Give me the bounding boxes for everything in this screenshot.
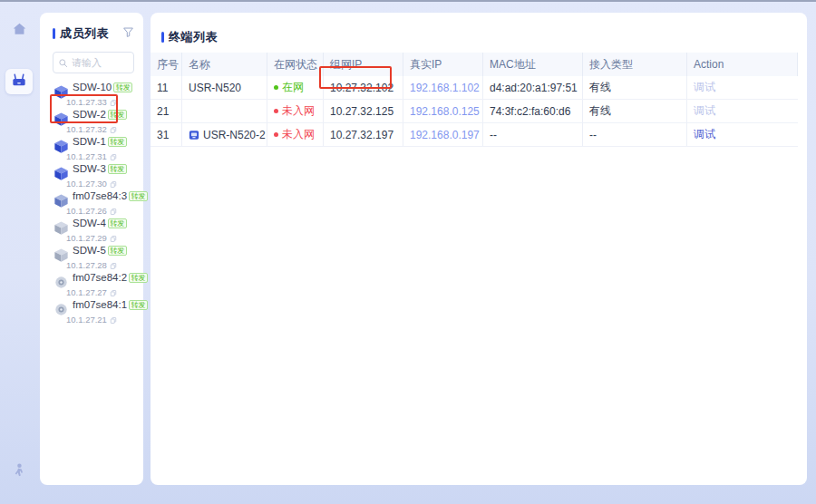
cell-status: 未入网 <box>267 100 324 122</box>
cell-mac: -- <box>483 123 583 146</box>
title-accent-bar <box>161 32 164 43</box>
cell-real-ip: 192.168.0.125 <box>403 100 483 122</box>
member-item-sdw-5[interactable]: SDW-5转发 10.1.27.28 <box>51 244 136 271</box>
member-name: SDW-1 <box>73 137 106 148</box>
search-input[interactable] <box>72 57 135 68</box>
cell-no: 11 <box>151 76 182 99</box>
member-name: SDW-5 <box>73 246 106 257</box>
nav-rail <box>0 2 38 504</box>
cell-action: 调试 <box>687 76 798 99</box>
status-dot <box>274 132 278 137</box>
cell-name: USR-N520 <box>182 76 267 99</box>
member-ip: 10.1.27.29 <box>66 234 107 243</box>
debug-link[interactable]: 调试 <box>694 80 715 95</box>
member-item-sdw-10[interactable]: SDW-10转发 10.1.27.33 <box>51 81 136 108</box>
real-ip-link[interactable]: 192.168.0.197 <box>410 129 480 141</box>
cell-name: USR-N520-2 <box>182 123 267 146</box>
terminal-device-icon <box>189 130 199 141</box>
cell-action: 调试 <box>687 100 798 122</box>
debug-link[interactable]: 调试 <box>694 103 715 119</box>
member-item-fm07se84-3[interactable]: fm07se84:3转发 10.1.27.26 <box>51 189 136 217</box>
nav-devices-button[interactable] <box>5 69 33 94</box>
member-list: SDW-10转发 10.1.27.33 SDW-2转发 10.1.27.32 S… <box>51 81 136 325</box>
cell-name <box>182 100 267 122</box>
filter-icon[interactable] <box>122 25 134 42</box>
person-icon <box>11 461 27 482</box>
member-name: SDW-2 <box>73 110 106 121</box>
col-header-action: Action <box>687 53 798 76</box>
member-name: SDW-3 <box>73 164 106 175</box>
member-badge: 转发 <box>108 246 127 256</box>
cell-mac: d4:ad:20:a1:97:51 <box>483 76 583 99</box>
member-ip: 10.1.27.21 <box>66 315 107 325</box>
status-dot <box>274 85 278 90</box>
member-badge: 转发 <box>108 110 127 120</box>
member-list-title: 成员列表 <box>53 25 109 42</box>
member-badge: 转发 <box>129 300 148 310</box>
member-ip: 10.1.27.28 <box>66 261 107 270</box>
member-ip: 10.1.27.31 <box>66 152 107 161</box>
member-list-panel: 成员列表 SDW-10转发 10.1.27.33 SDW-2转发 10.1.27… <box>40 13 143 485</box>
member-item-sdw-4[interactable]: SDW-4转发 10.1.27.29 <box>51 217 136 244</box>
member-name: fm07se84:2 <box>73 273 127 284</box>
member-badge: 转发 <box>108 218 127 228</box>
home-icon <box>11 21 28 41</box>
title-accent-bar <box>53 28 55 39</box>
member-ip: 10.1.27.27 <box>66 288 107 297</box>
nav-home-button[interactable] <box>5 18 33 44</box>
table-header-row: 序号 名称 在网状态 组网IP 真实IP MAC地址 接入类型 Action <box>151 53 798 76</box>
member-badge: 转发 <box>108 137 127 147</box>
member-item-sdw-1[interactable]: SDW-1转发 10.1.27.31 <box>51 135 136 162</box>
cell-status: 未入网 <box>267 123 324 146</box>
cell-access-type: 有线 <box>583 100 687 122</box>
terminal-table: 序号 名称 在网状态 组网IP 真实IP MAC地址 接入类型 Action 1… <box>151 53 798 147</box>
cell-action: 调试 <box>687 123 798 146</box>
router-icon <box>10 72 28 92</box>
cell-access-type: -- <box>583 123 687 146</box>
real-ip-link[interactable]: 192.168.1.102 <box>410 82 480 94</box>
table-row: 21 未入网 10.27.32.125 192.168.0.125 74:3f:… <box>151 100 798 123</box>
member-item-fm07se84-1[interactable]: fm07se84:1转发 10.1.27.21 <box>51 298 136 325</box>
terminal-list-panel: 终端列表 序号 名称 在网状态 组网IP 真实IP MAC地址 接入类型 Act… <box>151 13 807 485</box>
cell-no: 21 <box>151 100 182 122</box>
copy-icon[interactable] <box>110 313 117 327</box>
search-icon <box>58 58 68 68</box>
col-header-mac: MAC地址 <box>483 53 583 76</box>
cell-net-ip: 10.27.32.197 <box>324 123 403 146</box>
col-header-no: 序号 <box>151 53 182 76</box>
member-ip: 10.1.27.26 <box>66 207 107 216</box>
terminal-list-title: 终端列表 <box>161 29 807 45</box>
table-row: 31 USR-N520-2 未入网 10.27.32.197 192.168.0… <box>151 123 798 147</box>
cell-net-ip: 10.27.32.102 <box>324 76 403 99</box>
cell-real-ip: 192.168.1.102 <box>403 76 483 99</box>
member-badge: 转发 <box>108 164 127 174</box>
member-name: SDW-4 <box>73 218 106 229</box>
terminal-list-title-text: 终端列表 <box>169 29 218 45</box>
member-search <box>53 52 134 73</box>
col-header-net-ip: 组网IP <box>324 53 403 76</box>
member-list-title-text: 成员列表 <box>60 25 109 42</box>
cell-no: 31 <box>151 123 182 146</box>
status-dot <box>274 109 278 113</box>
member-ip: 10.1.27.30 <box>66 179 107 189</box>
member-item-sdw-3[interactable]: SDW-3转发 10.1.27.30 <box>51 162 136 189</box>
member-badge: 转发 <box>129 191 148 201</box>
member-name: fm07se84:3 <box>73 191 127 202</box>
cell-mac: 74:3f:c2:fa:60:d6 <box>483 100 583 122</box>
debug-link[interactable]: 调试 <box>694 127 715 142</box>
col-header-real-ip: 真实IP <box>403 53 483 76</box>
nav-user-button[interactable] <box>5 459 33 484</box>
member-badge: 转发 <box>113 82 132 92</box>
table-row: 11 USR-N520 在网 10.27.32.102 192.168.1.10… <box>151 76 798 100</box>
cell-real-ip: 192.168.0.197 <box>403 123 483 146</box>
real-ip-link[interactable]: 192.168.0.125 <box>410 105 480 118</box>
member-item-fm07se84-2[interactable]: fm07se84:2转发 10.1.27.27 <box>51 271 136 298</box>
col-header-access-type: 接入类型 <box>583 53 687 76</box>
cell-net-ip: 10.27.32.125 <box>324 100 403 122</box>
cell-access-type: 有线 <box>583 76 687 99</box>
member-ip: 10.1.27.33 <box>66 98 107 107</box>
col-header-name: 名称 <box>182 53 267 76</box>
member-item-sdw-2[interactable]: SDW-2转发 10.1.27.32 <box>51 108 136 135</box>
window-top-border <box>0 0 816 2</box>
member-ip: 10.1.27.32 <box>66 125 107 134</box>
